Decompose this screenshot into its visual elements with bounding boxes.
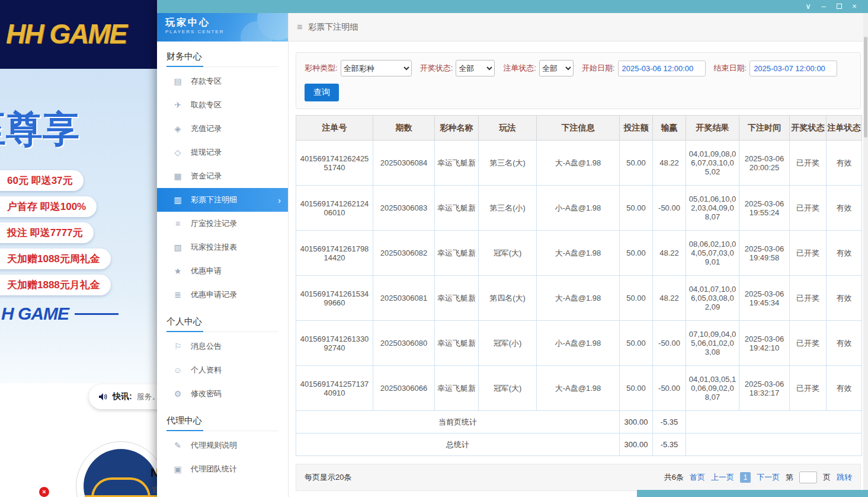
sidebar-item-label: 代理规则说明 xyxy=(191,440,237,451)
sidebar-item-funds-record[interactable]: ▦资金记录 xyxy=(157,164,288,188)
end-date-input[interactable] xyxy=(750,60,837,77)
jump-button[interactable]: 跳转 xyxy=(837,472,852,483)
site-logo: HH GAME xyxy=(6,18,126,50)
sidebar-item-change-password[interactable]: ⚙修改密码 xyxy=(157,382,288,406)
sidebar-section-title: 代理中心 xyxy=(166,415,278,431)
sidebar-item-label: 存款专区 xyxy=(191,76,222,87)
cell-lottery-name: 幸运飞艇新 xyxy=(435,141,479,186)
cell-bet-amount: 50.00 xyxy=(620,186,653,231)
current-page-indicator[interactable]: 1 xyxy=(740,472,751,483)
close-button[interactable]: × xyxy=(847,0,862,13)
cell-play-type: 第四名(大) xyxy=(479,276,537,321)
cell-bet-info: 大-A盘@1.98 xyxy=(537,366,620,411)
cell-bet-info: 大-A盘@1.98 xyxy=(537,276,620,321)
sidebar-item-label: 优惠申请记录 xyxy=(191,289,237,300)
promo-apply-icon: ★ xyxy=(172,266,183,276)
column-header-order-id: 注单号 xyxy=(296,116,373,141)
bridge-icon xyxy=(91,477,150,497)
draw-status-label: 开奖状态: xyxy=(420,63,453,74)
player-center-window: ∨ – × 玩家中心 PLAYERS CENTER 财务中心▤存款专区✈取款专区… xyxy=(157,0,868,497)
sidebar-item-recharge-record[interactable]: ◈充值记录 xyxy=(157,117,288,141)
sidebar-item-label: 消息公告 xyxy=(191,341,222,352)
withdraw-icon: ✈ xyxy=(172,100,183,110)
column-header-draw-status: 开奖状态 xyxy=(790,116,827,141)
column-header-draw-result: 开奖结果 xyxy=(686,116,739,141)
vertical-scrollbar[interactable] xyxy=(863,13,868,497)
collapse-button[interactable]: ∨ xyxy=(800,0,816,13)
sidebar-item-agent-team-stats[interactable]: ▣代理团队统计 xyxy=(157,457,288,481)
cell-win-loss: -50.00 xyxy=(653,321,686,366)
cell-order-status: 有效 xyxy=(827,321,862,366)
cell-play-type: 冠军(小) xyxy=(479,321,537,366)
sidebar-item-promo-apply-record[interactable]: ≣优惠申请记录 xyxy=(157,283,288,307)
cell-lottery-name: 幸运飞艇新 xyxy=(435,321,479,366)
promo-ribbon: 60元 即送37元 xyxy=(0,170,84,191)
cell-order-status: 有效 xyxy=(827,366,862,411)
first-page-link[interactable]: 首页 xyxy=(690,472,705,483)
sidebar-item-agent-rules[interactable]: ✎代理规则说明 xyxy=(157,434,288,457)
sidebar-item-profile[interactable]: ☺个人资料 xyxy=(157,358,288,382)
sidebar-item-deposit-zone[interactable]: ▤存款专区 xyxy=(157,69,288,93)
search-button[interactable]: 查询 xyxy=(305,84,339,101)
sidebar-item-announcements[interactable]: ⚐消息公告 xyxy=(157,334,288,358)
cell-bet-amount: 50.00 xyxy=(620,141,653,186)
cell-order-id: 401569174126242551740 xyxy=(296,141,373,186)
cell-draw-status: 已开奖 xyxy=(790,141,827,186)
minimize-button[interactable]: – xyxy=(816,0,831,13)
sidebar: 玩家中心 PLAYERS CENTER 财务中心▤存款专区✈取款专区◈充值记录◇… xyxy=(157,13,289,497)
cell-lottery-name: 幸运飞艇新 xyxy=(435,276,479,321)
cell-period: 20250306083 xyxy=(373,186,435,231)
close-badge-icon[interactable]: × xyxy=(39,487,49,497)
hall-bet-record-icon: ≡ xyxy=(172,219,183,228)
hamburger-icon[interactable]: ≡ xyxy=(297,22,302,33)
sidebar-item-label: 提现记录 xyxy=(191,147,222,158)
sidebar-item-promo-apply[interactable]: ★优惠申请 xyxy=(157,259,288,283)
cell-period: 20250306084 xyxy=(373,141,435,186)
sidebar-item-lottery-bet-details[interactable]: ▥彩票下注明细› xyxy=(157,188,288,212)
summary-label: 总统计 xyxy=(296,434,620,456)
sidebar-item-label: 充值记录 xyxy=(191,123,222,134)
sidebar-item-label: 玩家投注报表 xyxy=(191,242,237,253)
cell-order-status: 有效 xyxy=(827,186,862,231)
total-count-text: 共6条 xyxy=(664,472,684,483)
cell-draw-status: 已开奖 xyxy=(790,186,827,231)
cell-bet-time: 2025-03-06 19:42:10 xyxy=(739,321,790,366)
sidebar-subtitle: PLAYERS CENTER xyxy=(165,29,288,34)
summary-bet-total: 300.00 xyxy=(620,434,653,456)
table-row: 40156917412621240601020250306083幸运飞艇新第三名… xyxy=(296,186,862,231)
sidebar-item-label: 个人资料 xyxy=(191,365,222,375)
cell-bet-amount: 50.00 xyxy=(620,231,653,276)
start-date-input[interactable] xyxy=(618,60,706,77)
promo-banner: 至尊享 60元 即送37元 户首存 即送100% 投注 即送7777元 天加赠1… xyxy=(0,69,178,383)
cell-order-id: 401569174126153499660 xyxy=(296,276,373,321)
cell-draw-status: 已开奖 xyxy=(790,366,827,411)
sidebar-item-hall-bet-record[interactable]: ≡厅室投注记录 xyxy=(157,212,288,235)
scrollbar-thumb[interactable] xyxy=(864,37,867,138)
window-titlebar: ∨ – × xyxy=(157,0,868,13)
order-status-select[interactable]: 全部 xyxy=(539,60,574,77)
main-header: ≡ 彩票下注明细 xyxy=(289,13,868,42)
announcement-icon: ⚐ xyxy=(172,342,183,351)
start-date-label: 开始日期: xyxy=(582,63,615,74)
promo-ribbon: 天加赠1088元周礼金 xyxy=(0,249,111,269)
cell-order-id: 401569174125713740910 xyxy=(296,366,373,411)
chevron-right-icon: › xyxy=(278,195,281,205)
cell-lottery-name: 幸运飞艇新 xyxy=(435,366,479,411)
column-header-win-loss: 输赢 xyxy=(653,116,686,141)
next-page-link[interactable]: 下一页 xyxy=(757,472,780,483)
maximize-button[interactable] xyxy=(831,0,847,13)
cell-draw-result: 04,01,09,08,06,07,03,10,05,02 xyxy=(686,141,739,186)
sidebar-item-label: 优惠申请 xyxy=(191,266,222,276)
lottery-type-select[interactable]: 全部彩种 xyxy=(341,60,412,77)
page-jump-input[interactable] xyxy=(799,471,817,483)
cell-order-id: 401569174126133092740 xyxy=(296,321,373,366)
sidebar-item-withdraw-zone[interactable]: ✈取款专区 xyxy=(157,93,288,117)
cell-bet-info: 小-A盘@1.98 xyxy=(537,321,620,366)
draw-status-select[interactable]: 全部 xyxy=(456,60,495,77)
jump-prefix: 第 xyxy=(786,472,793,483)
sidebar-item-player-bet-report[interactable]: ▧玩家投注报表 xyxy=(157,235,288,259)
cell-bet-info: 大-A盘@1.98 xyxy=(537,231,620,276)
sidebar-item-withdrawal-record[interactable]: ◇提现记录 xyxy=(157,141,288,164)
sidebar-item-label: 资金记录 xyxy=(191,171,222,181)
prev-page-link[interactable]: 上一页 xyxy=(711,472,734,483)
